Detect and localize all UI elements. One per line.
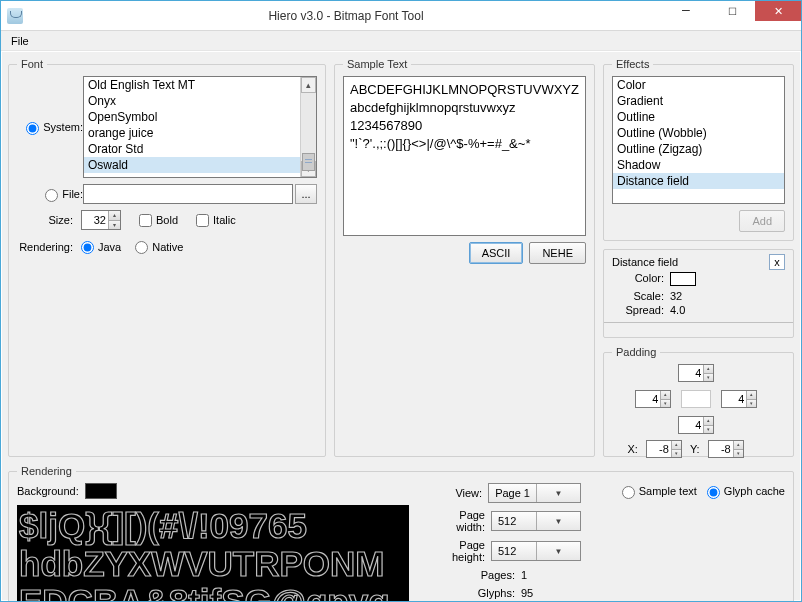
java-icon	[7, 8, 23, 24]
titlebar: Hiero v3.0 - Bitmap Font Tool	[1, 1, 801, 31]
glyphs-value: 95	[521, 587, 581, 599]
pad-right-spinner[interactable]: ▴▾	[721, 390, 757, 408]
font-list-item[interactable]: orange juice	[84, 125, 300, 141]
distance-field-group: Distance field x Color: Scale: 32 Spread…	[603, 249, 794, 338]
pages-label: Pages:	[433, 569, 515, 581]
browse-button[interactable]: ...	[295, 184, 317, 204]
font-list-item[interactable]: Orator Std	[84, 141, 300, 157]
file-path-input[interactable]	[83, 184, 293, 204]
font-list-item[interactable]: Old English Text MT	[84, 77, 300, 93]
background-swatch[interactable]	[85, 483, 117, 499]
effects-list-item[interactable]: Gradient	[613, 93, 784, 109]
system-radio[interactable]: System:	[17, 121, 83, 134]
sample-text-group: Sample Text ABCDEFGHIJKLMNOPQRSTUVWXYZ a…	[334, 58, 595, 457]
effects-group: Effects ColorGradientOutlineOutline (Wob…	[603, 58, 794, 241]
pad-y-spinner[interactable]: ▴▾	[708, 440, 744, 458]
chevron-down-icon: ▼	[536, 512, 580, 530]
page-height-label: Page height:	[433, 539, 485, 563]
effects-list-item[interactable]: Outline	[613, 109, 784, 125]
pad-x-label: X:	[627, 443, 637, 455]
effects-list-item[interactable]: Shadow	[613, 157, 784, 173]
bold-checkbox[interactable]: Bold	[139, 214, 178, 227]
file-radio[interactable]: File:	[17, 188, 83, 201]
font-list[interactable]: Old English Text MTOnyxOpenSymbolorange …	[83, 76, 317, 178]
padding-group: Padding ▴▾ ▴▾ ▴▾ ▴▾ X	[603, 346, 794, 457]
mode-glyph-radio[interactable]: Glyph cache	[707, 485, 785, 498]
pad-x-spinner[interactable]: ▴▾	[646, 440, 682, 458]
font-list-item[interactable]: OpenSymbol	[84, 109, 300, 125]
page-height-combo[interactable]: 512▼	[491, 541, 581, 561]
effects-list-item[interactable]: Distance field	[613, 173, 784, 189]
font-list-item[interactable]: Onyx	[84, 93, 300, 109]
df-color-label: Color:	[612, 272, 670, 288]
chevron-down-icon: ▼	[536, 542, 580, 560]
nehe-button[interactable]: NEHE	[529, 242, 586, 264]
pages-value: 1	[521, 569, 581, 581]
native-radio[interactable]: Native	[135, 240, 183, 253]
java-radio[interactable]: Java	[81, 240, 121, 253]
pad-center-preview	[681, 390, 711, 408]
effects-list-item[interactable]: Outline (Zigzag)	[613, 141, 784, 157]
df-color-swatch[interactable]	[670, 272, 696, 286]
distance-field-close-button[interactable]: x	[769, 254, 785, 270]
window-title: Hiero v3.0 - Bitmap Font Tool	[29, 9, 663, 23]
rendering-legend: Rendering	[17, 465, 76, 477]
scroll-up-icon: ▴	[301, 77, 316, 93]
rendering-group: Rendering Background: Sample text Glyph …	[8, 465, 794, 602]
background-label: Background:	[17, 485, 79, 497]
menubar: File	[1, 31, 801, 51]
menu-file[interactable]: File	[5, 33, 35, 49]
font-legend: Font	[17, 58, 47, 70]
page-width-label: Page width:	[433, 509, 485, 533]
padding-legend: Padding	[612, 346, 660, 358]
pad-y-label: Y:	[690, 443, 700, 455]
mode-sample-radio[interactable]: Sample text	[622, 485, 697, 498]
view-combo[interactable]: Page 1▼	[488, 483, 581, 503]
sample-legend: Sample Text	[343, 58, 411, 70]
df-scale-label: Scale:	[612, 290, 670, 302]
df-scale-value: 32	[670, 290, 785, 302]
rendering-label-font: Rendering:	[17, 241, 77, 253]
size-label: Size:	[17, 214, 77, 226]
pad-bottom-spinner[interactable]: ▴▾	[678, 416, 714, 434]
font-list-scrollbar[interactable]: ▴ ▾	[300, 77, 316, 177]
add-effect-button[interactable]: Add	[739, 210, 785, 232]
page-width-combo[interactable]: 512▼	[491, 511, 581, 531]
df-spread-value: 4.0	[670, 304, 785, 316]
distance-field-title: Distance field	[612, 256, 678, 268]
pad-left-spinner[interactable]: ▴▾	[635, 390, 671, 408]
effects-list[interactable]: ColorGradientOutlineOutline (Wobble)Outl…	[612, 76, 785, 204]
effects-list-item[interactable]: Color	[613, 77, 784, 93]
effects-legend: Effects	[612, 58, 653, 70]
close-button[interactable]	[755, 1, 801, 21]
glyph-preview: $ljQ}{][)(#\/!09765 hdbZYXWVUTRPONM EDCB…	[17, 505, 409, 602]
maximize-button[interactable]	[709, 1, 755, 21]
view-label: View:	[433, 487, 482, 499]
sample-text-area[interactable]: ABCDEFGHIJKLMNOPQRSTUVWXYZ abcdefghijklm…	[343, 76, 586, 236]
ascii-button[interactable]: ASCII	[469, 242, 524, 264]
size-spinner[interactable]: ▴▾	[81, 210, 121, 230]
chevron-down-icon: ▼	[536, 484, 580, 502]
pad-top-spinner[interactable]: ▴▾	[678, 364, 714, 382]
minimize-button[interactable]	[663, 1, 709, 21]
italic-checkbox[interactable]: Italic	[196, 214, 236, 227]
font-group: Font System: Old English Text MTOnyxOpen…	[8, 58, 326, 457]
font-list-item[interactable]: Oswald	[84, 157, 300, 173]
df-spread-label: Spread:	[612, 304, 670, 316]
effects-list-item[interactable]: Outline (Wobble)	[613, 125, 784, 141]
glyphs-label: Glyphs:	[433, 587, 515, 599]
